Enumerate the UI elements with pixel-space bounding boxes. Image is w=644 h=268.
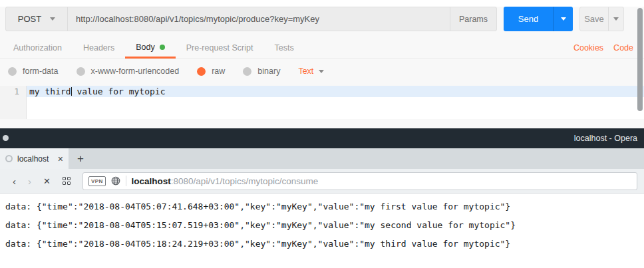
mode-label: form-data xyxy=(23,67,59,76)
tab-body[interactable]: Body xyxy=(125,37,176,59)
editor-code-area[interactable]: my third value for mytopic xyxy=(27,86,644,119)
scrollbar-thumb[interactable] xyxy=(637,8,643,111)
mode-raw[interactable]: raw xyxy=(197,67,225,76)
radio-selected-icon xyxy=(197,67,206,76)
tab-body-label: Body xyxy=(136,43,155,52)
browser-tabbar: localhost × + xyxy=(0,148,644,169)
divider xyxy=(126,176,126,186)
browser-tab-title: localhost xyxy=(17,154,53,164)
browser-addressbar: ‹ › ✕ VPN localhost:8080/api/v1/topics/m… xyxy=(0,169,644,194)
sse-data-line: data: {"time":"2018-08-04T05:07:41.648+0… xyxy=(5,201,639,211)
editor-text-after-cursor: value for mytopic xyxy=(72,86,166,96)
sse-data-line: data: {"time":"2018-08-04T05:18:24.219+0… xyxy=(5,239,639,249)
page-content: data: {"time":"2018-08-04T05:07:41.648+0… xyxy=(0,194,644,268)
params-button[interactable]: Params xyxy=(450,7,496,31)
editor-line[interactable]: my third value for mytopic xyxy=(27,86,644,97)
radio-icon xyxy=(77,67,85,76)
send-button-group: Send xyxy=(504,7,573,31)
back-icon[interactable]: ‹ xyxy=(13,176,16,186)
request-bar: POST Params Send Save xyxy=(5,7,624,31)
postman-panel: POST Params Send Save Authorization Head… xyxy=(0,7,644,128)
mode-x-www-form-urlencoded[interactable]: x-www-form-urlencoded xyxy=(77,67,180,76)
mode-form-data[interactable]: form-data xyxy=(8,67,59,76)
mode-binary[interactable]: binary xyxy=(243,67,280,76)
request-tabs: Authorization Headers Body Pre-request S… xyxy=(0,37,644,59)
body-mode-selector: form-data x-www-form-urlencoded raw bina… xyxy=(0,59,644,83)
url-host: localhost xyxy=(132,176,171,186)
browser-tab-localhost[interactable]: localhost × xyxy=(0,148,69,169)
tab-pre-request-script[interactable]: Pre-request Script xyxy=(176,37,264,59)
url-text: localhost:8080/api/v1/topics/mytopic/con… xyxy=(132,175,319,187)
chevron-down-icon xyxy=(561,17,566,21)
tab-headers[interactable]: Headers xyxy=(73,37,125,59)
url-path: :8080/api/v1/topics/mytopic/consume xyxy=(171,176,318,186)
chevron-down-icon xyxy=(613,17,619,21)
save-button[interactable]: Save xyxy=(580,7,608,31)
window-title: localhost - Opera xyxy=(574,134,644,143)
menu-dot-icon[interactable] xyxy=(3,135,9,141)
mode-label: x-www-form-urlencoded xyxy=(91,67,180,76)
editor-text-before-cursor: my third xyxy=(29,86,71,96)
mode-label: binary xyxy=(257,67,280,76)
forward-icon[interactable]: › xyxy=(28,176,31,186)
raw-type-dropdown[interactable]: Text xyxy=(298,67,324,76)
radio-icon xyxy=(243,67,251,76)
raw-type-label: Text xyxy=(298,67,313,76)
speed-dial-icon[interactable] xyxy=(63,177,71,185)
save-options-button[interactable] xyxy=(608,7,623,31)
save-button-group: Save xyxy=(579,7,624,31)
stop-icon[interactable]: ✕ xyxy=(43,177,51,186)
opera-titlebar: localhost - Opera xyxy=(0,128,644,148)
url-group: POST Params xyxy=(5,7,497,31)
close-tab-icon[interactable]: × xyxy=(58,154,63,164)
chevron-down-icon xyxy=(319,70,324,73)
tab-tests[interactable]: Tests xyxy=(263,37,304,59)
favicon-circle-icon xyxy=(5,155,13,162)
mode-label: raw xyxy=(212,67,225,76)
tab-authorization[interactable]: Authorization xyxy=(3,37,73,59)
body-editor: 1 my third value for mytopic xyxy=(0,86,644,119)
send-button[interactable]: Send xyxy=(504,7,553,31)
url-field[interactable]: VPN localhost:8080/api/v1/topics/mytopic… xyxy=(82,172,637,190)
scrollbar[interactable] xyxy=(637,7,643,128)
vpn-badge[interactable]: VPN xyxy=(88,176,106,186)
request-url-input[interactable] xyxy=(67,7,450,31)
new-tab-button[interactable]: + xyxy=(77,153,84,164)
radio-icon xyxy=(8,67,17,76)
chevron-down-icon xyxy=(50,17,55,21)
method-dropdown[interactable]: POST xyxy=(6,7,67,31)
globe-icon xyxy=(111,176,120,186)
send-options-button[interactable] xyxy=(553,7,573,31)
sse-data-line: data: {"time":"2018-08-04T05:15:07.519+0… xyxy=(5,220,639,230)
request-links: Cookies Code xyxy=(573,37,644,59)
cookies-link[interactable]: Cookies xyxy=(573,43,603,53)
line-number: 1 xyxy=(0,86,19,97)
editor-gutter: 1 xyxy=(0,86,27,119)
method-label: POST xyxy=(18,14,41,24)
body-filled-dot-icon xyxy=(160,45,165,50)
code-link[interactable]: Code xyxy=(613,43,633,53)
